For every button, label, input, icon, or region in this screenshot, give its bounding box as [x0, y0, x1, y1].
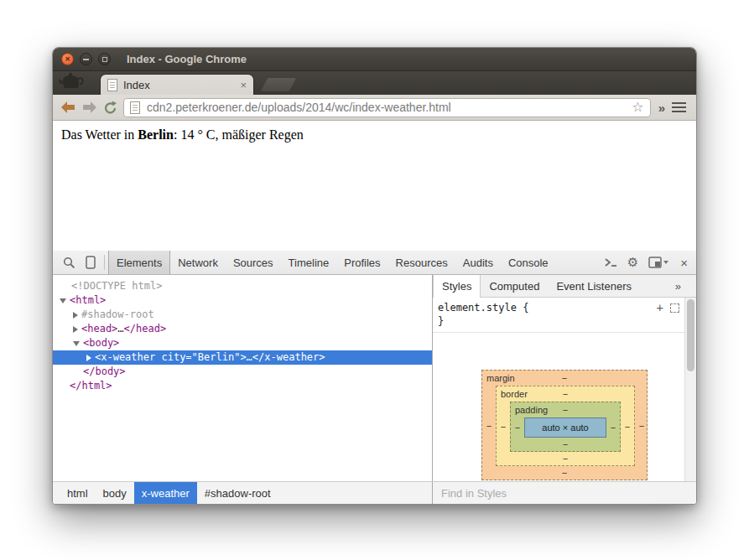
console-drawer-icon [604, 257, 617, 267]
sidebar-tabs: Styles Computed Event Listeners » [433, 275, 696, 298]
margin-bottom-value[interactable]: − [562, 468, 567, 478]
border-top-value[interactable]: − [563, 389, 568, 399]
border-top-row: border− [497, 386, 634, 402]
window-titlebar[interactable]: Index - Google Chrome [53, 48, 696, 71]
navigation-toolbar: cdn2.peterkroener.de/uploads/2014/wc/ind… [53, 95, 696, 121]
forward-arrow-icon [81, 101, 98, 114]
gear-icon: ⚙ [627, 255, 638, 270]
bookmarks-overflow-icon[interactable]: » [658, 101, 665, 115]
box-model-diagram: margin− − border− − padding− [481, 370, 648, 480]
new-style-rule-icon[interactable]: + [657, 303, 663, 313]
tree-node-x-weather[interactable]: <x-weather city="Berlin">…</x-weather> [53, 350, 432, 365]
box-model-border[interactable]: border− − padding− − auto × auto − [496, 386, 635, 466]
margin-right-value[interactable]: − [635, 421, 648, 431]
address-bar[interactable]: cdn2.peterkroener.de/uploads/2014/wc/ind… [123, 98, 651, 117]
devtools-tab-audits[interactable]: Audits [455, 251, 501, 274]
tree-node-body-close[interactable]: </body> [53, 365, 432, 379]
padding-left-value[interactable]: − [511, 423, 524, 433]
url-page-icon[interactable] [130, 101, 140, 114]
device-mode-button[interactable] [81, 251, 101, 274]
box-model-content[interactable]: auto × auto [524, 417, 606, 438]
toolbar-separator [104, 255, 105, 270]
margin-top-value[interactable]: − [562, 373, 567, 383]
window-minimize-button[interactable] [80, 53, 92, 65]
expand-arrow-icon[interactable] [86, 355, 91, 361]
console-drawer-button[interactable] [599, 257, 622, 267]
devtools-tab-network[interactable]: Network [170, 251, 226, 274]
find-in-styles-container [433, 482, 696, 504]
page-viewport: Das Wetter in Berlin: 14 ° C, mäßiger Re… [53, 121, 696, 251]
box-model-padding[interactable]: padding− − auto × auto − − [510, 402, 621, 452]
padding-right-value[interactable]: − [606, 423, 620, 433]
padding-bottom-value[interactable]: − [563, 439, 568, 449]
back-button[interactable] [60, 101, 76, 114]
element-state-icon[interactable] [670, 303, 679, 313]
padding-bottom-row: − [511, 438, 620, 451]
sidebar-scrollbar[interactable] [684, 298, 696, 481]
tab-close-icon[interactable]: × [240, 80, 247, 91]
styles-sidebar-pane: Styles Computed Event Listeners » elemen… [433, 275, 696, 481]
window-close-button[interactable] [61, 53, 74, 65]
devtools-settings-button[interactable]: ⚙ [622, 255, 643, 270]
devtools-tab-elements[interactable]: Elements [108, 251, 170, 274]
sidebar-tab-styles[interactable]: Styles [433, 275, 481, 298]
padding-top-row: padding− [511, 402, 620, 417]
new-tab-button[interactable] [261, 78, 297, 91]
breadcrumb-html[interactable]: html [60, 482, 96, 504]
element-style-rule[interactable]: element.style { + [433, 298, 696, 314]
border-left-value[interactable]: − [497, 422, 510, 432]
tree-node-body-open[interactable]: <body> [53, 336, 432, 350]
tab-title: Index [123, 79, 240, 91]
breadcrumb-body[interactable]: body [96, 482, 134, 504]
reload-icon [103, 101, 118, 115]
collapse-arrow-icon[interactable] [73, 341, 80, 346]
forward-button[interactable] [81, 101, 98, 114]
inspect-element-button[interactable] [58, 251, 81, 274]
browser-tab[interactable]: Index × [100, 74, 254, 95]
tab-favicon-page-icon [107, 79, 117, 91]
find-in-styles-input[interactable] [440, 486, 674, 500]
padding-top-value[interactable]: − [563, 405, 568, 415]
breadcrumb-shadow-root[interactable]: #shadow-root [197, 482, 278, 504]
tree-node-head[interactable]: <head>…</head> [53, 322, 432, 336]
reload-button[interactable] [103, 101, 118, 115]
tree-node-html-open[interactable]: <html> [53, 293, 432, 308]
bookmark-star-icon[interactable]: ☆ [632, 101, 643, 114]
window-maximize-button[interactable] [98, 53, 111, 65]
expand-arrow-icon[interactable] [73, 326, 78, 333]
sidebar-scrollbar-thumb[interactable] [687, 299, 694, 371]
devtools-tab-timeline[interactable]: Timeline [281, 251, 337, 274]
breadcrumb-x-weather[interactable]: x-weather [134, 482, 197, 504]
devtools-tab-console[interactable]: Console [501, 251, 556, 274]
element-style-selector[interactable]: element.style { [438, 302, 528, 314]
dock-side-button[interactable] [643, 257, 674, 268]
content-dimensions: auto × auto [542, 423, 588, 433]
breadcrumb: html body x-weather #shadow-root [53, 482, 433, 504]
devtools-toolbar-right: ⚙ × [599, 255, 691, 270]
devtools-footer: html body x-weather #shadow-root [53, 481, 696, 504]
border-right-value[interactable]: − [621, 422, 634, 432]
sidebar-tab-computed[interactable]: Computed [481, 275, 548, 297]
weather-text-suffix: : 14 ° C, mäßiger Regen [174, 127, 304, 142]
weather-city: Berlin [138, 127, 174, 142]
devtools-tab-sources[interactable]: Sources [226, 251, 281, 274]
browser-window: Index - Google Chrome Index × [52, 47, 697, 505]
element-style-closing-brace[interactable]: } [433, 314, 696, 333]
profile-avatar-icon[interactable] [58, 71, 91, 95]
margin-left-value[interactable]: − [482, 421, 496, 431]
devtools-close-icon[interactable]: × [674, 256, 691, 270]
tree-node-doctype[interactable]: <!DOCTYPE html> [53, 279, 432, 293]
expand-arrow-icon[interactable] [73, 312, 78, 319]
collapse-arrow-icon[interactable] [60, 298, 66, 303]
sidebar-tab-event-listeners[interactable]: Event Listeners [548, 275, 640, 297]
box-model-margin[interactable]: margin− − border− − padding− [481, 370, 648, 480]
sidebar-tabs-overflow-icon[interactable]: » [670, 275, 696, 297]
tree-node-shadow-root[interactable]: #shadow-root [53, 308, 432, 322]
chrome-menu-icon[interactable] [672, 102, 686, 112]
border-bottom-value[interactable]: − [563, 454, 568, 464]
url-text[interactable]: cdn2.peterkroener.de/uploads/2014/wc/ind… [147, 101, 632, 114]
tree-node-html-close[interactable]: </html> [53, 379, 432, 393]
devtools-tab-profiles[interactable]: Profiles [336, 251, 388, 274]
devtools-tab-resources[interactable]: Resources [388, 251, 455, 274]
styles-pane-icons: + [657, 303, 679, 313]
